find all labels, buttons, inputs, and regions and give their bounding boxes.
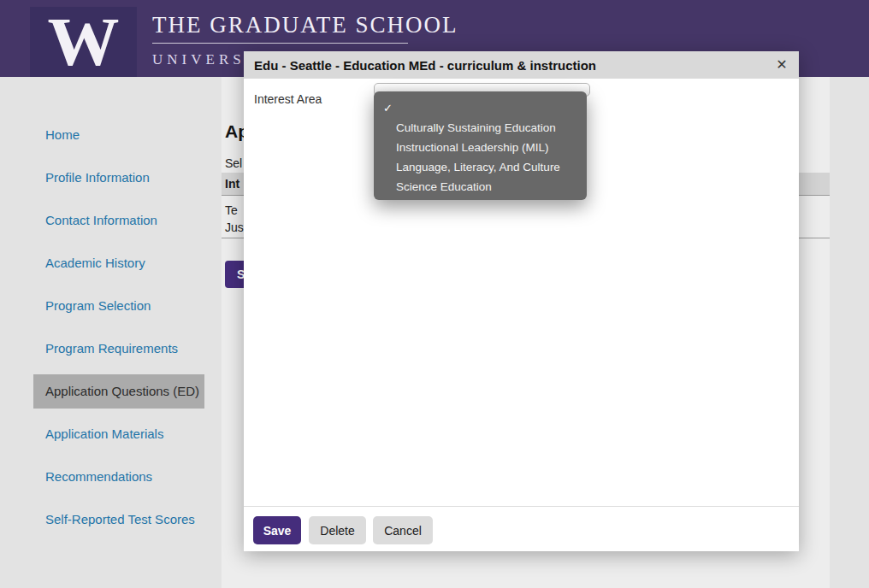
sidebar-item-academic-history[interactable]: Academic History: [33, 246, 204, 280]
sidebar-item-self-reported-test-scores[interactable]: Self-Reported Test Scores: [33, 503, 204, 537]
save-button[interactable]: Save: [253, 516, 301, 544]
interest-area-dropdown-popup: ✓ Culturally Sustaining Education Instru…: [374, 91, 587, 200]
uw-w-logo-icon: W: [48, 9, 120, 75]
banner-divider: [152, 43, 408, 44]
sidebar-item-recommendations[interactable]: Recommendations: [33, 460, 204, 494]
modal-title: Edu - Seattle - Education MEd - curricul…: [244, 58, 596, 73]
cancel-button[interactable]: Cancel: [373, 516, 433, 544]
modal-footer-divider: [244, 506, 799, 507]
uw-logo[interactable]: W: [30, 7, 137, 77]
sidebar-item-program-selection[interactable]: Program Selection: [33, 289, 204, 323]
dropdown-option-culturally-sustaining[interactable]: Culturally Sustaining Education: [374, 118, 587, 138]
modal-header: Edu - Seattle - Education MEd - curricul…: [244, 51, 799, 79]
delete-button[interactable]: Delete: [309, 516, 366, 544]
interest-area-label: Interest Area: [254, 92, 322, 106]
sidebar-item-program-requirements[interactable]: Program Requirements: [33, 332, 204, 366]
modal-footer: Save Delete Cancel: [244, 516, 799, 551]
table-cell-line2: Jus: [225, 219, 244, 236]
select-prompt-label: Sel: [225, 156, 242, 170]
banner-title: THE GRADUATE SCHOOL: [152, 12, 458, 38]
sidebar-item-profile-information[interactable]: Profile Information: [33, 161, 204, 195]
table-cell-line1: Te: [225, 202, 238, 219]
sidebar-item-home[interactable]: Home: [33, 118, 204, 152]
dropdown-option-empty-selected[interactable]: ✓: [374, 98, 587, 118]
dropdown-option-instructional-leadership[interactable]: Instructional Leadership (MIL): [374, 138, 587, 157]
close-icon[interactable]: ✕: [771, 51, 792, 79]
checkmark-icon: ✓: [383, 102, 393, 115]
sidebar-item-application-materials[interactable]: Application Materials: [33, 417, 204, 451]
sidebar-item-contact-information[interactable]: Contact Information: [33, 203, 204, 238]
dropdown-option-science-education[interactable]: Science Education: [374, 177, 587, 197]
sidebar-item-application-questions[interactable]: Application Questions (ED): [33, 374, 204, 409]
interest-area-modal: Edu - Seattle - Education MEd - curricul…: [244, 51, 799, 551]
dropdown-option-language-literacy-culture[interactable]: Language, Literacy, And Culture: [374, 157, 587, 177]
sidebar-nav: Home Profile Information Contact Informa…: [0, 118, 222, 545]
application-page: W THE GRADUATE SCHOOL UNIVERSITY Ap Sel …: [0, 0, 869, 588]
